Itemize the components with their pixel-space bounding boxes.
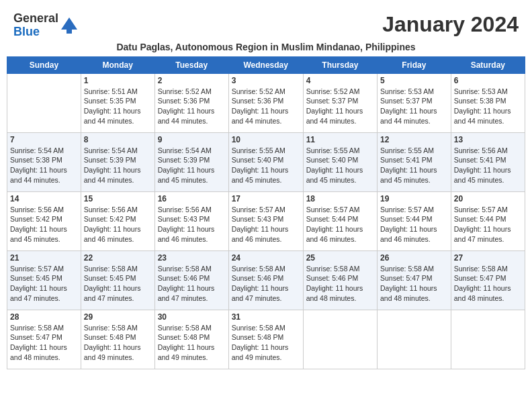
day-number: 23 [158, 253, 226, 263]
column-header-thursday: Thursday [303, 56, 377, 73]
day-number: 25 [306, 253, 374, 263]
calendar-cell: 19Sunrise: 5:57 AMSunset: 5:44 PMDayligh… [377, 191, 451, 250]
day-number: 16 [158, 194, 226, 203]
day-detail: Sunrise: 5:58 AMSunset: 5:48 PMDaylight:… [232, 323, 300, 363]
day-number: 11 [306, 135, 374, 144]
day-number: 12 [380, 135, 448, 144]
week-row-3: 14Sunrise: 5:56 AMSunset: 5:42 PMDayligh… [7, 191, 525, 250]
day-detail: Sunrise: 5:58 AMSunset: 5:47 PMDaylight:… [10, 323, 78, 363]
calendar-cell: 3Sunrise: 5:52 AMSunset: 5:36 PMDaylight… [228, 73, 303, 132]
day-number: 3 [232, 76, 300, 85]
calendar-cell: 23Sunrise: 5:58 AMSunset: 5:46 PMDayligh… [154, 250, 228, 310]
week-row-1: 1Sunrise: 5:51 AMSunset: 5:35 PMDaylight… [7, 73, 525, 132]
day-number: 28 [10, 312, 78, 322]
calendar-header-row: SundayMondayTuesdayWednesdayThursdayFrid… [7, 56, 525, 73]
calendar-cell: 14Sunrise: 5:56 AMSunset: 5:42 PMDayligh… [7, 191, 81, 250]
day-detail: Sunrise: 5:53 AMSunset: 5:37 PMDaylight:… [380, 87, 448, 126]
day-detail: Sunrise: 5:55 AMSunset: 5:41 PMDaylight:… [380, 146, 448, 185]
day-number: 26 [380, 253, 448, 263]
day-number: 8 [84, 135, 152, 144]
day-number: 17 [232, 194, 300, 203]
calendar-cell: 1Sunrise: 5:51 AMSunset: 5:35 PMDaylight… [81, 73, 154, 132]
day-detail: Sunrise: 5:54 AMSunset: 5:39 PMDaylight:… [158, 146, 226, 185]
week-row-4: 21Sunrise: 5:57 AMSunset: 5:45 PMDayligh… [7, 250, 525, 310]
day-number: 4 [306, 76, 374, 85]
calendar-cell: 26Sunrise: 5:58 AMSunset: 5:47 PMDayligh… [377, 250, 451, 310]
calendar-cell: 24Sunrise: 5:58 AMSunset: 5:46 PMDayligh… [228, 250, 303, 310]
day-number: 5 [380, 76, 448, 85]
day-detail: Sunrise: 5:52 AMSunset: 5:36 PMDaylight:… [158, 87, 226, 126]
day-number: 7 [10, 135, 78, 144]
day-detail: Sunrise: 5:57 AMSunset: 5:44 PMDaylight:… [306, 205, 374, 244]
calendar-cell: 22Sunrise: 5:58 AMSunset: 5:45 PMDayligh… [81, 250, 154, 310]
calendar-cell: 12Sunrise: 5:55 AMSunset: 5:41 PMDayligh… [377, 132, 451, 191]
day-detail: Sunrise: 5:57 AMSunset: 5:43 PMDaylight:… [232, 205, 300, 244]
week-row-5: 28Sunrise: 5:58 AMSunset: 5:47 PMDayligh… [7, 310, 525, 369]
day-number: 20 [454, 194, 522, 203]
calendar-cell: 4Sunrise: 5:52 AMSunset: 5:37 PMDaylight… [303, 73, 377, 132]
calendar-cell: 25Sunrise: 5:58 AMSunset: 5:46 PMDayligh… [303, 250, 377, 310]
calendar-cell: 10Sunrise: 5:55 AMSunset: 5:40 PMDayligh… [228, 132, 303, 191]
column-header-wednesday: Wednesday [228, 56, 303, 73]
calendar-cell: 31Sunrise: 5:58 AMSunset: 5:48 PMDayligh… [228, 310, 303, 369]
day-number: 1 [84, 76, 152, 85]
day-detail: Sunrise: 5:58 AMSunset: 5:47 PMDaylight:… [380, 264, 448, 304]
column-header-sunday: Sunday [7, 56, 81, 73]
day-number: 6 [454, 76, 522, 85]
calendar-cell: 15Sunrise: 5:56 AMSunset: 5:42 PMDayligh… [81, 191, 154, 250]
day-detail: Sunrise: 5:56 AMSunset: 5:42 PMDaylight:… [10, 205, 78, 244]
calendar-cell: 13Sunrise: 5:56 AMSunset: 5:41 PMDayligh… [451, 132, 525, 191]
day-number: 27 [454, 253, 522, 263]
calendar-cell: 28Sunrise: 5:58 AMSunset: 5:47 PMDayligh… [7, 310, 81, 369]
day-detail: Sunrise: 5:58 AMSunset: 5:46 PMDaylight:… [306, 264, 374, 304]
day-detail: Sunrise: 5:55 AMSunset: 5:40 PMDaylight:… [306, 146, 374, 185]
svg-marker-0 [61, 17, 77, 30]
day-detail: Sunrise: 5:53 AMSunset: 5:38 PMDaylight:… [454, 87, 522, 126]
calendar-cell: 2Sunrise: 5:52 AMSunset: 5:36 PMDaylight… [154, 73, 228, 132]
day-number: 18 [306, 194, 374, 203]
calendar-cell: 27Sunrise: 5:58 AMSunset: 5:47 PMDayligh… [451, 250, 525, 310]
day-detail: Sunrise: 5:57 AMSunset: 5:44 PMDaylight:… [454, 205, 522, 244]
calendar-cell: 21Sunrise: 5:57 AMSunset: 5:45 PMDayligh… [7, 250, 81, 310]
calendar-cell: 29Sunrise: 5:58 AMSunset: 5:48 PMDayligh… [81, 310, 154, 369]
column-header-saturday: Saturday [451, 56, 525, 73]
day-number: 19 [380, 194, 448, 203]
day-number: 29 [84, 312, 152, 322]
day-detail: Sunrise: 5:57 AMSunset: 5:45 PMDaylight:… [10, 264, 78, 304]
day-detail: Sunrise: 5:56 AMSunset: 5:42 PMDaylight:… [84, 205, 152, 244]
day-detail: Sunrise: 5:58 AMSunset: 5:46 PMDaylight:… [232, 264, 300, 304]
page-header: General Blue January 2024 [7, 7, 525, 42]
day-detail: Sunrise: 5:54 AMSunset: 5:39 PMDaylight:… [84, 146, 152, 185]
day-detail: Sunrise: 5:55 AMSunset: 5:40 PMDaylight:… [232, 146, 300, 185]
day-number: 15 [84, 194, 152, 203]
column-header-tuesday: Tuesday [154, 56, 228, 73]
day-detail: Sunrise: 5:58 AMSunset: 5:48 PMDaylight:… [158, 323, 226, 363]
day-number: 22 [84, 253, 152, 263]
calendar-cell: 11Sunrise: 5:55 AMSunset: 5:40 PMDayligh… [303, 132, 377, 191]
calendar-cell [7, 73, 81, 132]
day-detail: Sunrise: 5:58 AMSunset: 5:46 PMDaylight:… [158, 264, 226, 304]
column-header-friday: Friday [377, 56, 451, 73]
calendar-cell: 7Sunrise: 5:54 AMSunset: 5:38 PMDaylight… [7, 132, 81, 191]
day-number: 9 [158, 135, 226, 144]
day-number: 30 [158, 312, 226, 322]
calendar-cell: 30Sunrise: 5:58 AMSunset: 5:48 PMDayligh… [154, 310, 228, 369]
calendar-cell: 8Sunrise: 5:54 AMSunset: 5:39 PMDaylight… [81, 132, 154, 191]
logo-text-general: General [13, 11, 58, 25]
day-detail: Sunrise: 5:52 AMSunset: 5:37 PMDaylight:… [306, 87, 374, 126]
day-detail: Sunrise: 5:52 AMSunset: 5:36 PMDaylight:… [232, 87, 300, 126]
location-title: Datu Paglas, Autonomous Region in Muslim… [7, 42, 525, 52]
day-detail: Sunrise: 5:56 AMSunset: 5:43 PMDaylight:… [158, 205, 226, 244]
day-detail: Sunrise: 5:54 AMSunset: 5:38 PMDaylight:… [10, 146, 78, 185]
column-header-monday: Monday [81, 56, 154, 73]
svg-rect-1 [66, 30, 72, 34]
calendar-cell [451, 310, 525, 369]
day-number: 14 [10, 194, 78, 203]
week-row-2: 7Sunrise: 5:54 AMSunset: 5:38 PMDaylight… [7, 132, 525, 191]
calendar-cell: 6Sunrise: 5:53 AMSunset: 5:38 PMDaylight… [451, 73, 525, 132]
day-detail: Sunrise: 5:58 AMSunset: 5:47 PMDaylight:… [454, 264, 522, 304]
day-number: 13 [454, 135, 522, 144]
day-detail: Sunrise: 5:57 AMSunset: 5:44 PMDaylight:… [380, 205, 448, 244]
day-number: 2 [158, 76, 226, 85]
day-number: 10 [232, 135, 300, 144]
